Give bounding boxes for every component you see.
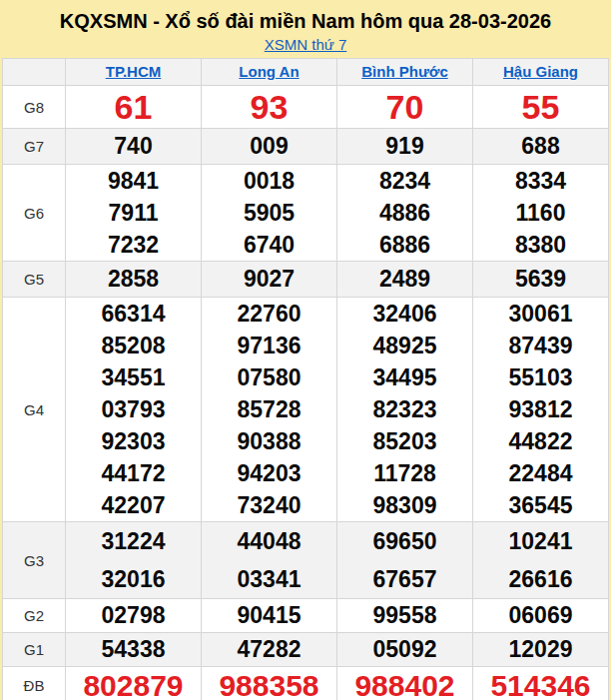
prize-label-g2: G2 bbox=[3, 599, 66, 633]
prize-number: 11728 bbox=[337, 457, 472, 489]
prize-cell-g3-long-an: 4404803341 bbox=[202, 522, 337, 599]
prize-number: 009 bbox=[202, 129, 336, 164]
prize-number: 54338 bbox=[66, 633, 201, 666]
prize-cell-g5-long-an: 9027 bbox=[202, 262, 337, 298]
prize-cell-db-long-an: 988358 bbox=[202, 667, 337, 700]
prize-number: 07580 bbox=[202, 361, 336, 393]
prize-label-g1: G1 bbox=[3, 633, 66, 667]
province-header-row: TP.HCM Long An Bình Phước Hậu Giang bbox=[3, 59, 609, 86]
prize-cell-g6-long-an: 001859056740 bbox=[202, 165, 337, 262]
prize-number: 67657 bbox=[337, 560, 472, 598]
prize-cell-g8-hau-giang: 55 bbox=[473, 86, 609, 129]
prize-cell-g2-binh-phuoc: 99558 bbox=[337, 599, 473, 633]
prize-cell-g1-hau-giang: 12029 bbox=[473, 633, 609, 667]
province-link-long-an[interactable]: Long An bbox=[239, 63, 299, 80]
prize-cell-g2-tp-hcm: 02798 bbox=[66, 599, 202, 633]
page-header: KQXSMN - Xổ số đài miền Nam hôm qua 28-0… bbox=[0, 0, 611, 58]
prize-number: 55 bbox=[473, 86, 608, 128]
prize-cell-g6-hau-giang: 833411608380 bbox=[473, 165, 609, 262]
prize-number: 31224 bbox=[66, 522, 201, 560]
prize-number: 97136 bbox=[202, 330, 336, 361]
prize-label-db: ĐB bbox=[3, 667, 66, 700]
province-header-tphcm: TP.HCM bbox=[66, 59, 202, 86]
prize-cell-db-hau-giang: 514346 bbox=[473, 667, 609, 700]
page-title: KQXSMN - Xổ số đài miền Nam hôm qua 28-0… bbox=[0, 9, 611, 33]
table-row-g2: G202798904159955806069 bbox=[3, 599, 609, 633]
prize-cell-g3-tp-hcm: 3122432016 bbox=[66, 522, 202, 599]
prize-number: 85728 bbox=[202, 393, 336, 425]
table-row-db: ĐB802879988358988402514346 bbox=[3, 667, 609, 700]
prize-cell-g5-hau-giang: 5639 bbox=[473, 262, 609, 298]
province-link-binh-phuoc[interactable]: Bình Phước bbox=[361, 63, 448, 80]
province-header-binh-phuoc: Bình Phước bbox=[337, 59, 473, 86]
prize-cell-g2-hau-giang: 06069 bbox=[473, 599, 609, 633]
prize-number: 2858 bbox=[66, 262, 201, 297]
table-row-g5: G52858902724895639 bbox=[3, 262, 609, 298]
prize-number: 99558 bbox=[337, 599, 472, 632]
prize-number: 05092 bbox=[337, 633, 472, 666]
prize-number: 02798 bbox=[66, 599, 201, 632]
table-row-g1: G154338472820509212029 bbox=[3, 633, 609, 667]
prize-label-g7: G7 bbox=[3, 129, 66, 165]
prize-number: 48925 bbox=[337, 330, 472, 361]
prize-number: 66314 bbox=[66, 298, 201, 330]
prize-number: 44822 bbox=[473, 425, 608, 457]
prize-number: 55103 bbox=[473, 361, 608, 393]
prize-number: 32016 bbox=[66, 560, 201, 598]
prize-number: 92303 bbox=[66, 425, 201, 457]
prize-number: 7911 bbox=[66, 197, 201, 229]
prize-number: 90415 bbox=[202, 599, 336, 632]
prize-cell-g4-tp-hcm: 66314852083455103793923034417242207 bbox=[66, 298, 202, 522]
prize-number: 44172 bbox=[66, 457, 201, 489]
prize-cell-g1-long-an: 47282 bbox=[202, 633, 337, 667]
table-row-g8: G861937055 bbox=[3, 86, 609, 129]
prize-number: 85203 bbox=[337, 425, 472, 457]
prize-number: 9841 bbox=[66, 165, 201, 197]
subtitle-link[interactable]: XSMN thứ 7 bbox=[265, 36, 347, 54]
prize-cell-db-tp-hcm: 802879 bbox=[66, 667, 202, 700]
prize-label-header bbox=[3, 59, 66, 86]
province-header-hau-giang: Hậu Giang bbox=[473, 59, 609, 86]
prize-number: 03341 bbox=[202, 560, 336, 598]
prize-number: 06069 bbox=[473, 599, 608, 632]
prize-number: 919 bbox=[337, 129, 472, 164]
prize-number: 740 bbox=[66, 129, 201, 164]
prize-number: 514346 bbox=[473, 667, 608, 700]
table-row-g3: G331224320164404803341696506765710241266… bbox=[3, 522, 609, 599]
prize-number: 8334 bbox=[473, 165, 608, 197]
prize-number: 94203 bbox=[202, 457, 336, 489]
prize-number: 802879 bbox=[66, 667, 201, 700]
prize-number: 5639 bbox=[473, 262, 608, 297]
prize-number: 10241 bbox=[473, 522, 608, 560]
prize-cell-g7-binh-phuoc: 919 bbox=[337, 129, 473, 165]
prize-number: 34495 bbox=[337, 361, 472, 393]
prize-cell-g1-tp-hcm: 54338 bbox=[66, 633, 202, 667]
prize-cell-g3-hau-giang: 1024126616 bbox=[473, 522, 609, 599]
prize-number: 42207 bbox=[66, 489, 201, 521]
prize-number: 44048 bbox=[202, 522, 336, 560]
prize-number: 69650 bbox=[337, 522, 472, 560]
province-link-tphcm[interactable]: TP.HCM bbox=[106, 63, 162, 80]
prize-cell-g7-long-an: 009 bbox=[202, 129, 337, 165]
prize-number: 4886 bbox=[337, 197, 472, 229]
prize-number: 03793 bbox=[66, 393, 201, 425]
prize-cell-g4-binh-phuoc: 32406489253449582323852031172898309 bbox=[337, 298, 473, 522]
prize-number: 34551 bbox=[66, 361, 201, 393]
province-link-hau-giang[interactable]: Hậu Giang bbox=[503, 63, 578, 80]
table-row-g4: G466314852083455103793923034417242207227… bbox=[3, 298, 609, 522]
prize-cell-g4-long-an: 22760971360758085728903889420373240 bbox=[202, 298, 337, 522]
province-header-long-an: Long An bbox=[202, 59, 337, 86]
prize-number: 6740 bbox=[202, 229, 336, 261]
prize-label-g5: G5 bbox=[3, 262, 66, 298]
table-row-g7: G7740009919688 bbox=[3, 129, 609, 165]
prize-number: 12029 bbox=[473, 633, 608, 666]
prize-cell-g7-tp-hcm: 740 bbox=[66, 129, 202, 165]
prize-number: 26616 bbox=[473, 560, 608, 598]
prize-number: 47282 bbox=[202, 633, 336, 666]
prize-label-g8: G8 bbox=[3, 86, 66, 129]
prize-number: 85208 bbox=[66, 330, 201, 361]
prize-label-g3: G3 bbox=[3, 522, 66, 599]
prize-number: 98309 bbox=[337, 489, 472, 521]
prize-number: 87439 bbox=[473, 330, 608, 361]
prize-cell-g6-binh-phuoc: 823448866886 bbox=[337, 165, 473, 262]
